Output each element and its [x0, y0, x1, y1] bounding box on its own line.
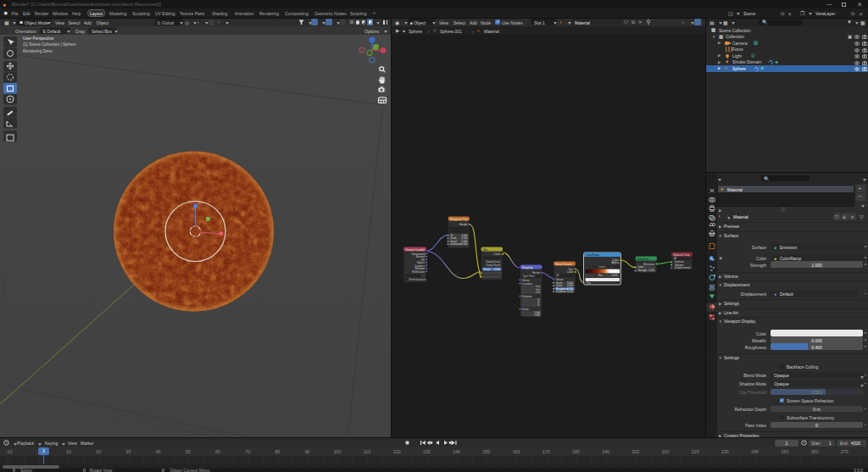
svg-text:Pos: Pos [598, 274, 603, 277]
svg-text:Rotation: Rotation [522, 295, 532, 298]
svg-text:Emission: Emission [637, 258, 648, 261]
svg-text:−: − [590, 265, 592, 269]
svg-text:Alpha: Alpha [612, 261, 620, 264]
svg-text:From Instancer: From Instancer [409, 278, 426, 281]
svg-text:Mapping: Mapping [522, 266, 532, 269]
svg-text:0 m: 0 m [536, 291, 540, 294]
svg-text:Scale: Scale [522, 308, 529, 311]
svg-text:Fac: Fac [587, 281, 592, 285]
svg-text:0.595: 0.595 [612, 274, 618, 277]
svg-text:Color: Color [494, 253, 502, 256]
svg-text:Musgrave Text: Musgrave Text [450, 218, 468, 221]
svg-text:Factor: Factor [484, 268, 491, 271]
svg-text:Emission: Emission [643, 263, 655, 266]
svg-text:ColorRamp: ColorRamp [586, 253, 599, 257]
svg-text:Material Outp: Material Outp [674, 253, 690, 257]
svg-text:Linear: Linear [598, 265, 605, 269]
svg-text:+: + [587, 265, 588, 269]
svg-text:Noise Texture: Noise Texture [556, 263, 573, 266]
svg-text:Displacement: Displacement [675, 266, 691, 269]
svg-text:Mix: Mix [483, 248, 487, 252]
svg-text:0.000: 0.000 [567, 290, 573, 293]
svg-text:Clamp Result: Clamp Result [486, 264, 501, 267]
svg-text:Distortion: Distortion [556, 290, 566, 293]
svg-text:Color: Color [567, 270, 575, 274]
svg-text:1.000: 1.000 [648, 269, 654, 272]
svg-text:3D: 3D [556, 274, 559, 277]
svg-text:Height: Height [459, 223, 468, 226]
svg-text:0.500: 0.500 [494, 268, 501, 271]
svg-text:0°: 0° [537, 303, 540, 307]
svg-text:Location: Location [522, 282, 532, 286]
svg-text:Texture Coordin: Texture Coordin [406, 248, 426, 252]
svg-text:Reflection: Reflection [412, 270, 425, 274]
svg-text:Strength: Strength [638, 269, 648, 272]
svg-text:2.000: 2.000 [461, 242, 468, 246]
svg-text:Vector: Vector [532, 271, 541, 275]
svg-text:1.000: 1.000 [534, 314, 540, 317]
